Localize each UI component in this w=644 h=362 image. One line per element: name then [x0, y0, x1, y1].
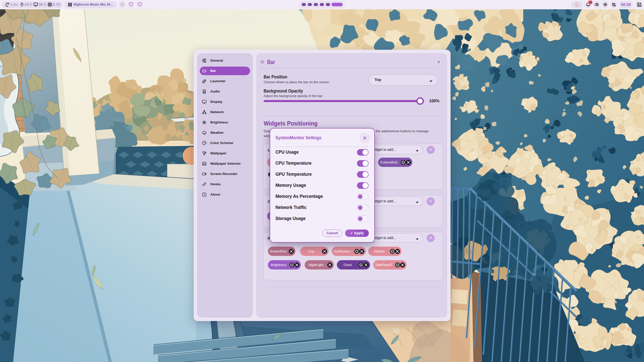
svg-text:C: C — [577, 4, 578, 7]
